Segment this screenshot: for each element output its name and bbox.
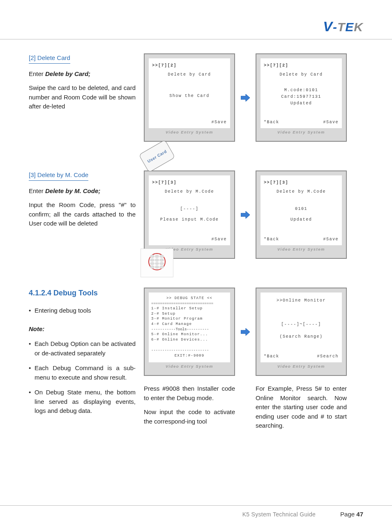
screen-3a-mid2: Please input M.Code [152, 216, 227, 223]
screen-4a-m1: 1-# Installer Setup [151, 306, 228, 311]
section-3-text: [3] Delete by M. Code Enter Delete by M.… [29, 170, 144, 233]
screen-4b-footer: Video Entry System [261, 362, 342, 368]
screen-4b-title: >>Online Monitor [264, 297, 339, 304]
section-3-enter-bold: Delete by M. Code; [45, 187, 100, 194]
screen-4a-m4: 4-# Card Manage [151, 322, 228, 327]
screen-4a-m6: 6-# Online Devices... [151, 337, 228, 343]
footer-page-num: 47 [356, 511, 363, 518]
section-2-text: [2] Delete Card Enter Delete by Card; Sw… [29, 53, 144, 116]
screen-3b-mid1: 0101 [264, 206, 339, 212]
screen-4a-m3: 3-# Monitor Program [151, 316, 228, 322]
screen-4b-mid2: (Search Range) [264, 334, 339, 340]
screen-2b-l2: Card:15977131 [264, 94, 339, 100]
screen-3a-title: Delete by M.Code [152, 189, 227, 195]
screen-4b: >>Online Monitor [----]~[----] (Search R… [256, 288, 347, 376]
screen-3a-top: >>[7][3] [152, 180, 227, 186]
logo-e: E [345, 20, 354, 34]
screen-4a-exit: EXIT:#-9009 [151, 353, 228, 359]
section-4-heading: 4.1.2.4 Debug Tools [29, 288, 136, 299]
logo-dash: - [333, 20, 337, 34]
note-2: Each Debug Command is a sub-menu to exec… [29, 364, 136, 382]
keypad-icon [141, 249, 173, 277]
footer-page-label: Page [340, 511, 356, 518]
arrow-icon [235, 53, 256, 142]
section-4-bullet1: Entering debug tools [29, 306, 136, 316]
screen-4a-m2: 2-# Setup [151, 311, 228, 317]
screen-2b-save: #Save [323, 119, 339, 126]
screen-3b-save: #Save [323, 236, 339, 243]
header-rule [0, 39, 392, 39]
note-1: Each Debug Option can be activated or de… [29, 339, 136, 358]
screen-3b-footer: Video Entry System [261, 245, 342, 251]
logo: V-TEK [323, 18, 363, 35]
screen-2b-footer: Video Entry System [261, 128, 342, 134]
logo-t: T [337, 20, 345, 34]
section-2-enter-bold: Delete by Card; [45, 70, 90, 77]
screen-3a: >>[7][3] Delete by M.Code [----] Please … [144, 170, 235, 259]
section-2-heading: [2] Delete Card [29, 53, 70, 64]
below-right: For Example, Press 5# to enter Online Mo… [256, 384, 347, 431]
section-2-body: Swipe the card to be deleted, and card n… [29, 83, 136, 111]
screen-2a: >>[7][2] Delete by Card Show the Card #S… [144, 53, 235, 142]
screen-2a-footer: Video Entry System [149, 128, 230, 134]
screen-3a-save: #Save [211, 236, 227, 243]
screen-4b-mid1: [----]~[----] [264, 321, 339, 328]
screen-4b-back: *Back [264, 353, 279, 360]
screen-3b: >>[7][3] Delete by M.Code 0101 Updated *… [256, 170, 347, 259]
section-4-text: 4.1.2.4 Debug Tools Entering debug tools… [29, 288, 144, 421]
section-3-heading: [3] Delete by M. Code [29, 170, 88, 181]
screen-4b-search: #Search [317, 353, 339, 360]
screen-4b-wrap: >>Online Monitor [----]~[----] (Search R… [256, 288, 347, 376]
screen-2a-mid: Show the Card [152, 93, 227, 99]
screen-2b-title: Delete by Card [264, 71, 339, 78]
screen-3a-mid1: [----] [152, 206, 227, 212]
screen-4a-tools: -----------Tools---------- [151, 327, 228, 332]
below-left-2: Now input the code to activate the corre… [144, 408, 235, 426]
screen-4a: >> DEBUG STATE << ======================… [144, 288, 235, 376]
arrow-icon [235, 170, 256, 259]
screen-2a-top: >>[7][2] [152, 62, 227, 69]
screen-2b: >>[7][2] Delete by Card M.code:0101 Card… [256, 53, 347, 142]
screen-4a-m5: 5-# Online Monitor... [151, 332, 228, 337]
screen-3b-title: Delete by M.Code [264, 189, 339, 195]
logo-v: V [323, 18, 333, 34]
user-card-icon: User Card [138, 140, 175, 173]
screen-2b-l1: M.code:0101 [264, 87, 339, 94]
page-footer: K5 System Technical Guide Page 47 [0, 505, 392, 518]
arrow-icon [235, 288, 256, 376]
screen-4a-title: >> DEBUG STATE << [151, 296, 228, 301]
screen-4a-footer: Video Entry System [149, 362, 230, 368]
below-left-1: Press #9008 then Installer code to enter… [144, 384, 235, 403]
section-2-enter-prefix: Enter [29, 70, 45, 77]
screen-2a-title: Delete by Card [152, 71, 227, 78]
screen-3a-wrap: >>[7][3] Delete by M.Code [----] Please … [144, 170, 235, 259]
screen-2b-back: *Back [264, 119, 279, 126]
note-3: On Debug State menu, the bottom line ser… [29, 388, 136, 416]
screen-3b-back: *Back [264, 236, 279, 243]
screen-2a-wrap: >>[7][2] Delete by Card Show the Card #S… [144, 53, 235, 142]
screen-2b-wrap: >>[7][2] Delete by Card M.code:0101 Card… [256, 53, 347, 142]
section-3-enter-prefix: Enter [29, 187, 45, 194]
footer-guide: K5 System Technical Guide [242, 511, 316, 518]
screen-3b-mid2: Updated [264, 216, 339, 223]
screen-2b-top: >>[7][2] [264, 62, 339, 69]
section-3-body: Input the Room Code, press "#" to confir… [29, 200, 136, 228]
note-label: Note: [29, 325, 136, 334]
screen-4a-wrap: >> DEBUG STATE << ======================… [144, 288, 235, 376]
screen-3b-wrap: >>[7][3] Delete by M.Code 0101 Updated *… [256, 170, 347, 259]
screen-3b-top: >>[7][3] [264, 180, 339, 186]
screen-2b-l3: Updated [264, 100, 339, 107]
logo-k: K [354, 20, 363, 34]
screen-4a-dashes: -------------------------- [151, 348, 228, 353]
screen-2a-save: #Save [211, 119, 227, 126]
